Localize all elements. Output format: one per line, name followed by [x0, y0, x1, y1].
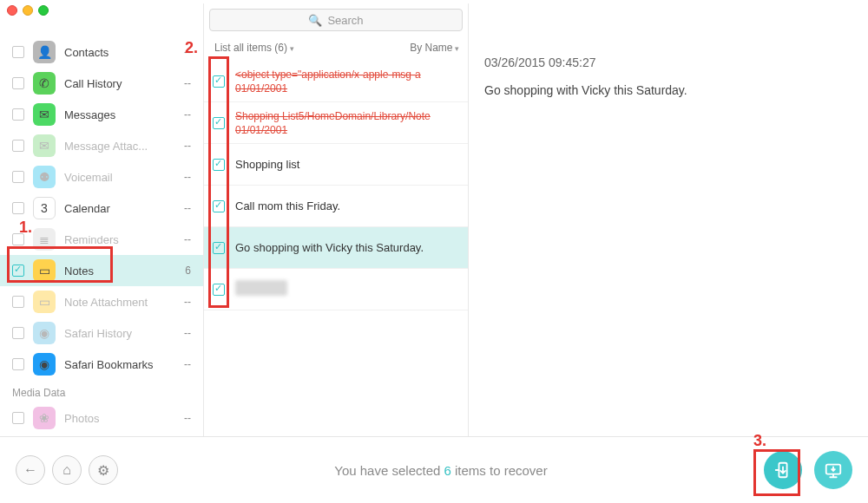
- checkbox[interactable]: [12, 171, 24, 183]
- category-icon: ✉: [33, 103, 56, 126]
- recover-to-device-button[interactable]: [764, 451, 802, 489]
- checkbox[interactable]: [12, 327, 24, 339]
- category-sidebar: 👤Contacts--✆Call History--✉Messages--✉Me…: [0, 3, 204, 436]
- category-icon: ≣: [33, 228, 56, 251]
- sidebar-item-reminders[interactable]: ≣Reminders--: [0, 224, 203, 255]
- item-title: Call mom this Friday.: [235, 199, 461, 212]
- sidebar-item-label: Photos: [64, 412, 184, 425]
- computer-icon: [824, 461, 843, 480]
- sidebar-item-label: Messages: [64, 108, 184, 121]
- category-icon: 👤: [33, 41, 56, 63]
- list-item[interactable]: [204, 269, 468, 310]
- zoom-window-button[interactable]: [38, 5, 49, 16]
- close-window-button[interactable]: [7, 5, 17, 16]
- sidebar-item-calendar[interactable]: 3Calendar--: [0, 193, 203, 224]
- checkbox[interactable]: [213, 284, 225, 296]
- footer-bar: ← ⌂ ⚙ You have selected 6 items to recov…: [0, 437, 868, 503]
- recover-to-computer-button[interactable]: [814, 451, 852, 489]
- item-text: [235, 280, 461, 298]
- search-input[interactable]: 🔍 Search: [209, 9, 463, 31]
- checkbox[interactable]: [213, 200, 225, 212]
- sidebar-item-safari-history[interactable]: ◉Safari History--: [0, 317, 203, 349]
- checkbox[interactable]: [12, 140, 24, 152]
- item-title: Shopping List5/HomeDomain/Library/Note: [235, 109, 461, 123]
- checkbox[interactable]: [12, 265, 24, 277]
- category-icon: ⚉: [33, 166, 56, 188]
- item-title: Shopping list: [235, 158, 461, 171]
- checkbox[interactable]: [12, 108, 24, 121]
- category-icon: ◉: [33, 322, 56, 344]
- list-item[interactable]: Shopping list: [204, 144, 468, 186]
- list-item[interactable]: <object type="application/x-apple-msg-a0…: [204, 61, 468, 102]
- sidebar-item-label: Message Attac...: [64, 140, 184, 153]
- device-icon: [773, 461, 792, 480]
- sidebar-item-photos[interactable]: ❀Photos--: [0, 402, 203, 434]
- item-title: Go shopping with Vicky this Saturday.: [235, 241, 461, 254]
- sidebar-item-count: --: [184, 296, 194, 308]
- item-text: Call mom this Friday.: [235, 199, 461, 212]
- category-icon: ▭: [33, 291, 56, 313]
- sidebar-item-label: Note Attachment: [64, 296, 184, 309]
- sidebar-item-contacts[interactable]: 👤Contacts--: [0, 36, 203, 68]
- item-text: Shopping List5/HomeDomain/Library/Note01…: [235, 109, 461, 135]
- checkbox[interactable]: [12, 296, 24, 308]
- checkbox[interactable]: [12, 46, 24, 58]
- search-placeholder: Search: [327, 14, 363, 27]
- sidebar-item-notes[interactable]: ▭Notes6: [0, 255, 203, 286]
- sidebar-item-count: --: [184, 358, 194, 370]
- sidebar-item-safari-bookmarks[interactable]: ◉Safari Bookmarks--: [0, 349, 203, 380]
- selection-status: You have selected 6 items to recover: [118, 463, 764, 478]
- detail-pane: 03/26/2015 09:45:27 Go shopping with Vic…: [469, 3, 868, 436]
- category-icon: ❀: [33, 407, 56, 429]
- status-pre: You have selected: [334, 463, 444, 478]
- items-column: 🔍 Search List all items (6) By Name <obj…: [204, 3, 469, 436]
- sidebar-item-message-attac-[interactable]: ✉Message Attac...--: [0, 130, 203, 161]
- settings-button[interactable]: ⚙: [89, 455, 118, 485]
- category-icon: ✆: [33, 72, 56, 95]
- sidebar-item-count: --: [184, 202, 194, 214]
- sidebar-item-call-history[interactable]: ✆Call History--: [0, 68, 203, 99]
- checkbox[interactable]: [12, 412, 24, 424]
- sidebar-item-label: Safari History: [64, 327, 184, 340]
- checkbox[interactable]: [213, 159, 225, 171]
- list-item[interactable]: Go shopping with Vicky this Saturday.: [204, 227, 468, 269]
- sidebar-item-count: --: [184, 46, 194, 58]
- list-item[interactable]: Call mom this Friday.: [204, 186, 468, 227]
- checkbox[interactable]: [12, 233, 24, 245]
- item-subtitle: 01/01/2001: [235, 124, 461, 136]
- sidebar-item-messages[interactable]: ✉Messages--: [0, 99, 203, 130]
- item-text: <object type="application/x-apple-msg-a0…: [235, 68, 461, 94]
- sidebar-item-voicemail[interactable]: ⚉Voicemail--: [0, 161, 203, 193]
- sort-dropdown[interactable]: By Name: [410, 42, 459, 54]
- minimize-window-button[interactable]: [23, 5, 33, 16]
- sidebar-item-label: Notes: [64, 265, 185, 278]
- status-count: 6: [444, 463, 451, 478]
- sidebar-item-note-attachment[interactable]: ▭Note Attachment--: [0, 286, 203, 317]
- item-text: Go shopping with Vicky this Saturday.: [235, 241, 461, 254]
- items-list: <object type="application/x-apple-msg-a0…: [204, 61, 468, 436]
- sidebar-item-count: --: [184, 77, 194, 89]
- sidebar-item-label: Voicemail: [64, 171, 184, 184]
- checkbox[interactable]: [12, 77, 24, 89]
- item-title: <object type="application/x-apple-msg-a: [235, 68, 461, 82]
- sidebar-item-count: --: [184, 171, 194, 183]
- sidebar-item-label: Reminders: [64, 233, 184, 246]
- checkbox[interactable]: [213, 242, 225, 254]
- list-item[interactable]: Shopping List5/HomeDomain/Library/Note01…: [204, 102, 468, 144]
- home-button[interactable]: ⌂: [52, 455, 82, 485]
- sidebar-item-label: Calendar: [64, 202, 184, 215]
- search-icon: 🔍: [308, 14, 322, 27]
- category-icon: ◉: [33, 353, 56, 376]
- detail-body: Go shopping with Vicky this Saturday.: [484, 83, 852, 97]
- back-button[interactable]: ←: [16, 455, 45, 485]
- checkbox[interactable]: [12, 358, 24, 370]
- item-text: Shopping list: [235, 158, 461, 171]
- status-post: items to recover: [451, 463, 548, 478]
- window-traffic-lights: [7, 5, 49, 16]
- sidebar-item-count: --: [184, 140, 194, 152]
- checkbox[interactable]: [213, 75, 225, 88]
- sidebar-item-label: Contacts: [64, 46, 184, 59]
- filter-dropdown[interactable]: List all items (6): [214, 42, 294, 54]
- checkbox[interactable]: [12, 202, 24, 214]
- checkbox[interactable]: [213, 117, 225, 129]
